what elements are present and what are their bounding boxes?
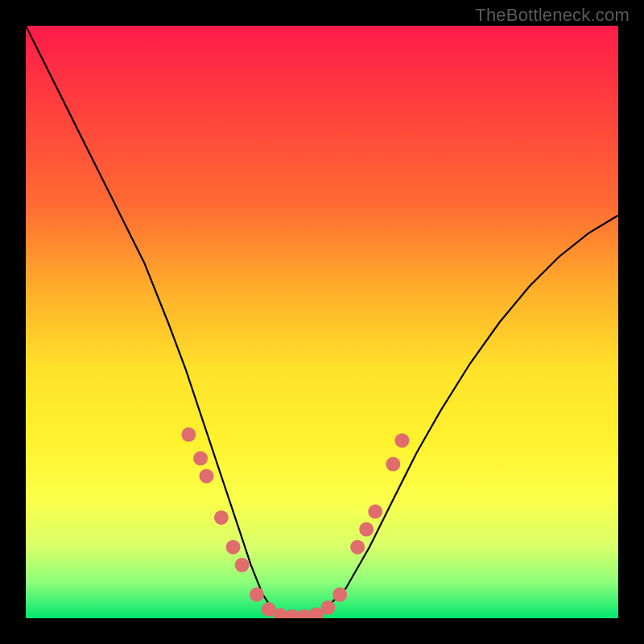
data-marker (332, 588, 347, 602)
data-marker (193, 451, 208, 465)
data-marker (359, 522, 374, 537)
data-marker (226, 540, 241, 555)
data-marker (320, 601, 335, 615)
watermark-text: TheBottleneck.com (475, 5, 630, 26)
marker-group (181, 427, 409, 618)
data-marker (200, 469, 214, 483)
chart-frame: TheBottleneck.com (0, 0, 644, 644)
bottleneck-curve (26, 26, 618, 618)
data-marker (214, 510, 229, 525)
data-marker (181, 427, 196, 442)
data-marker (250, 588, 264, 602)
data-marker (235, 558, 250, 572)
data-marker (386, 457, 400, 472)
data-marker (368, 505, 382, 519)
data-marker (350, 540, 365, 555)
bottleneck-chart-svg (26, 26, 618, 618)
plot-area (26, 26, 618, 618)
data-marker (394, 433, 409, 448)
